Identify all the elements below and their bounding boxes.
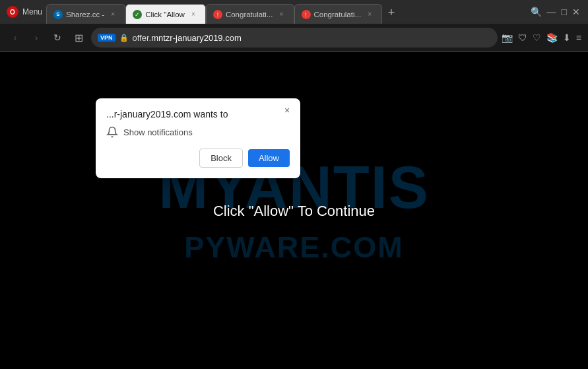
minimize-icon[interactable]: — — [547, 7, 556, 17]
shield-icon[interactable]: 🛡 — [518, 32, 527, 43]
dialog-buttons: Block Allow — [106, 149, 290, 168]
back-button[interactable]: ‹ — [7, 29, 24, 46]
main-content: MYANTIS PYWARE.COM Click "Allow" To Cont… — [0, 52, 588, 369]
allow-button[interactable]: Allow — [248, 149, 290, 167]
block-button[interactable]: Block — [199, 149, 243, 168]
tab-congrats-1-title: Congratulati... — [226, 11, 273, 18]
tab-congrats-2-title: Congratulati... — [314, 11, 362, 18]
permission-text: Show notifications — [123, 127, 193, 137]
tab-click-allow[interactable]: ✓ Click "Allow × — [125, 4, 206, 24]
address-bar: ‹ › ↻ ⊞ VPN 🔒 offer.mntzr-january2019.co… — [0, 24, 588, 51]
tab-congrats-2[interactable]: ! Congratulati... × — [294, 4, 383, 24]
address-actions: 📷 🛡 ♡ 📚 ⬇ ≡ — [502, 32, 581, 43]
notification-dialog: × ...r-january2019.com wants to Show not… — [96, 98, 300, 178]
forward-button[interactable]: › — [28, 29, 45, 46]
opera-logo-icon[interactable]: O — [7, 6, 18, 18]
notification-bell-icon — [106, 126, 118, 138]
tab-sharez[interactable]: S Sharez.cc - × — [46, 4, 125, 24]
heart-icon[interactable]: ♡ — [533, 32, 541, 43]
speed-dial-button[interactable]: ⊞ — [70, 29, 87, 46]
vpn-badge: VPN — [98, 34, 115, 42]
tab-congrats-2-favicon: ! — [302, 10, 311, 19]
menu-label[interactable]: Menu — [22, 7, 42, 17]
maximize-icon[interactable]: □ — [562, 7, 567, 17]
tab-click-allow-close[interactable]: × — [188, 9, 199, 20]
url-text: offer.mntzr-january2019.com — [133, 33, 491, 43]
tab-bar: O Menu S Sharez.cc - × ✓ Click "Allow × … — [0, 0, 588, 24]
tab-congrats-2-close[interactable]: × — [364, 9, 375, 20]
dialog-close-button[interactable]: × — [280, 104, 294, 117]
tab-click-allow-title: Click "Allow — [145, 11, 185, 18]
menu-dots-icon[interactable]: ≡ — [576, 32, 581, 43]
reload-button[interactable]: ↻ — [49, 29, 66, 46]
dialog-title: ...r-january2019.com wants to — [106, 109, 290, 119]
tab-sharez-close[interactable]: × — [108, 9, 118, 20]
dialog-permission-row: Show notifications — [106, 126, 290, 138]
tab-sharez-favicon: S — [53, 10, 63, 19]
browser-chrome: O Menu S Sharez.cc - × ✓ Click "Allow × … — [0, 0, 588, 52]
tab-congrats-1-favicon: ! — [213, 10, 222, 19]
url-domain: mntzr-january2019.com — [151, 33, 242, 43]
tab-sharez-title: Sharez.cc - — [66, 11, 104, 18]
search-icon[interactable]: 🔍 — [531, 7, 542, 17]
url-prefix: offer. — [133, 33, 152, 43]
new-tab-button[interactable]: + — [382, 3, 401, 22]
window-controls: 🔍 — □ ✕ — [525, 7, 585, 17]
download-icon[interactable]: ⬇ — [563, 32, 571, 43]
url-bar[interactable]: VPN 🔒 offer.mntzr-january2019.com — [91, 28, 498, 48]
secure-lock-icon: 🔒 — [119, 34, 129, 42]
page-message: Click "Allow" To Continue — [213, 203, 375, 220]
camera-icon[interactable]: 📷 — [502, 32, 513, 43]
bookmark-icon[interactable]: 📚 — [546, 32, 558, 43]
tab-congrats-1[interactable]: ! Congratulati... × — [206, 4, 294, 24]
close-window-icon[interactable]: ✕ — [572, 7, 580, 17]
watermark-line2: PYWARE.COM — [184, 230, 404, 265]
tab-congrats-1-close[interactable]: × — [277, 9, 287, 20]
opera-menu-area: O Menu — [3, 6, 46, 18]
tab-click-allow-favicon: ✓ — [133, 10, 142, 19]
